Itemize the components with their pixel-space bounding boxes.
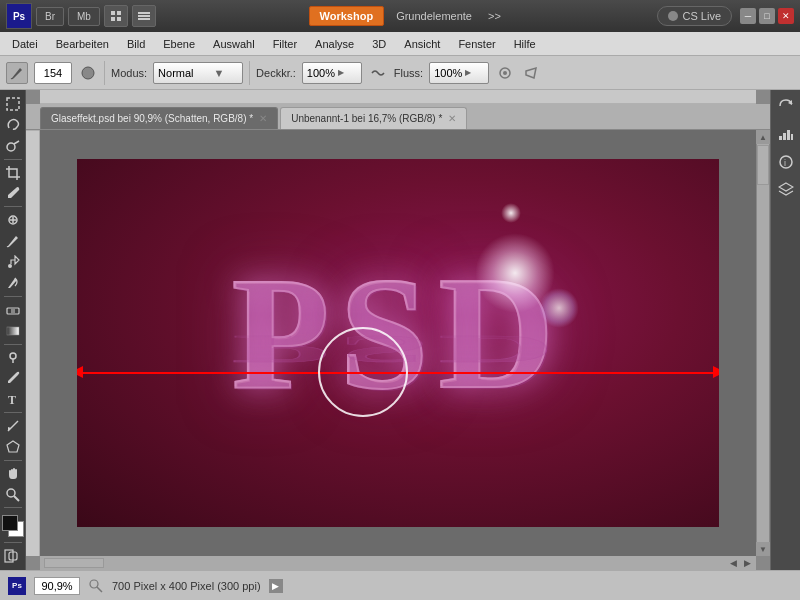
menu-filter[interactable]: Filter: [265, 36, 305, 52]
brush-size-input[interactable]: [34, 62, 72, 84]
quick-mask-btn[interactable]: [2, 546, 24, 566]
close-button[interactable]: ✕: [778, 8, 794, 24]
svg-rect-1: [117, 11, 121, 15]
minimize-button[interactable]: ─: [740, 8, 756, 24]
zoom-tool[interactable]: [2, 485, 24, 505]
menu-bild[interactable]: Bild: [119, 36, 153, 52]
brush-tool-icon[interactable]: [6, 62, 28, 84]
minibrige-btn[interactable]: Mb: [68, 7, 100, 26]
quick-selection-tool[interactable]: [2, 136, 24, 156]
menu-ebene[interactable]: Ebene: [155, 36, 203, 52]
eraser-tool[interactable]: [2, 300, 24, 320]
svg-point-25: [7, 489, 15, 497]
history-brush-tool[interactable]: [2, 273, 24, 293]
canvas-viewport[interactable]: PSD PSD: [40, 130, 756, 556]
h-ruler: [40, 90, 756, 104]
guide-arrow-right: [713, 366, 719, 378]
svg-text:T: T: [8, 393, 16, 406]
crop-tool[interactable]: [2, 163, 24, 183]
status-nav-btn[interactable]: ▶: [269, 579, 283, 593]
dodge-tool[interactable]: [2, 347, 24, 367]
h-scroll-left-btn[interactable]: ◀: [726, 557, 740, 569]
modus-dropdown[interactable]: Normal ▼: [153, 62, 243, 84]
tablet-btn[interactable]: [521, 63, 541, 83]
deckkr-arrow: ▶: [338, 68, 344, 77]
custom-shape-tool[interactable]: [2, 437, 24, 457]
svg-rect-6: [138, 18, 150, 20]
airbrush-toggle[interactable]: [368, 63, 388, 83]
menu-fenster[interactable]: Fenster: [450, 36, 503, 52]
h-scroll-right-btn[interactable]: ▶: [740, 557, 754, 569]
svg-point-11: [7, 143, 15, 151]
layout-btn[interactable]: [132, 5, 156, 27]
lasso-tool[interactable]: [2, 115, 24, 135]
hand-tool[interactable]: [2, 464, 24, 484]
menu-auswahl[interactable]: Auswahl: [205, 36, 263, 52]
h-scrollbar-row: ◀ ▶: [26, 556, 770, 570]
svg-rect-35: [791, 134, 793, 140]
more-workspaces-btn[interactable]: >>: [484, 10, 505, 22]
fluss-input[interactable]: 100% ▶: [429, 62, 489, 84]
tool-separator-2: [4, 206, 22, 207]
cs-live-icon: [668, 11, 678, 21]
v-scroll-thumb[interactable]: [757, 145, 769, 185]
bridge-btn[interactable]: Br: [36, 7, 64, 26]
layers-btn[interactable]: [774, 178, 798, 202]
tool-separator-1: [4, 159, 22, 160]
info-btn[interactable]: i: [774, 150, 798, 174]
svg-marker-38: [779, 183, 793, 191]
svg-rect-4: [138, 12, 150, 14]
doc-tabs: Glaseffekt.psd bei 90,9% (Schatten, RGB/…: [26, 104, 770, 130]
path-selection-tool[interactable]: [2, 416, 24, 436]
doc-tab-1[interactable]: Glaseffekt.psd bei 90,9% (Schatten, RGB/…: [40, 107, 278, 129]
tab2-close-icon[interactable]: ✕: [448, 113, 456, 124]
menu-bearbeiten[interactable]: Bearbeiten: [48, 36, 117, 52]
type-tool[interactable]: T: [2, 389, 24, 409]
svg-marker-24: [7, 441, 19, 452]
svg-point-7: [82, 67, 94, 79]
separator-2: [249, 61, 250, 85]
v-scroll-up-btn[interactable]: ▲: [756, 130, 770, 144]
brush-picker-btn[interactable]: [78, 63, 98, 83]
cs-live-button[interactable]: CS Live: [657, 6, 732, 26]
svg-rect-0: [111, 11, 115, 15]
menu-3d[interactable]: 3D: [364, 36, 394, 52]
left-toolbar: T: [0, 90, 26, 570]
display-mode-btn[interactable]: [104, 5, 128, 27]
v-scrollbar[interactable]: ▲ ▼: [756, 130, 770, 556]
zoom-indicator-icon[interactable]: [88, 578, 104, 594]
spot-healing-tool[interactable]: [2, 210, 24, 230]
histogram-btn[interactable]: [774, 122, 798, 146]
maximize-button[interactable]: □: [759, 8, 775, 24]
pen-tool[interactable]: [2, 368, 24, 388]
pressure-btn[interactable]: [495, 63, 515, 83]
rectangular-marquee-tool[interactable]: [2, 94, 24, 114]
svg-point-16: [8, 264, 12, 268]
doc-tab-2[interactable]: Unbenannt-1 bei 16,7% (RGB/8) * ✕: [280, 107, 467, 129]
gradient-tool[interactable]: [2, 321, 24, 341]
menu-analyse[interactable]: Analyse: [307, 36, 362, 52]
rotate-view-btn[interactable]: [774, 94, 798, 118]
menu-ansicht[interactable]: Ansicht: [396, 36, 448, 52]
h-scroll-thumb[interactable]: [44, 558, 104, 568]
v-scroll-track[interactable]: [757, 144, 769, 542]
separator-1: [104, 61, 105, 85]
eyedropper-tool[interactable]: [2, 183, 24, 203]
zoom-input[interactable]: [34, 577, 80, 595]
grundelemente-label: Grundelemente: [388, 10, 480, 22]
brush-tool[interactable]: [2, 231, 24, 251]
deckkraft-input[interactable]: 100% ▶: [302, 62, 362, 84]
clone-stamp-tool[interactable]: [2, 252, 24, 272]
menu-datei[interactable]: Datei: [4, 36, 46, 52]
foreground-color[interactable]: [2, 515, 18, 531]
color-swatch[interactable]: [2, 515, 24, 535]
tab1-close-icon[interactable]: ✕: [259, 113, 267, 124]
right-panel: i: [770, 90, 800, 570]
options-bar: Modus: Normal ▼ Deckkr.: 100% ▶ Fluss: 1…: [0, 56, 800, 90]
svg-line-12: [14, 141, 19, 144]
workspace-button[interactable]: Workshop: [309, 6, 385, 26]
v-scroll-down-btn[interactable]: ▼: [756, 542, 770, 556]
h-scroll-track[interactable]: ◀ ▶: [40, 556, 756, 570]
svg-rect-5: [138, 15, 150, 17]
menu-hilfe[interactable]: Hilfe: [506, 36, 544, 52]
